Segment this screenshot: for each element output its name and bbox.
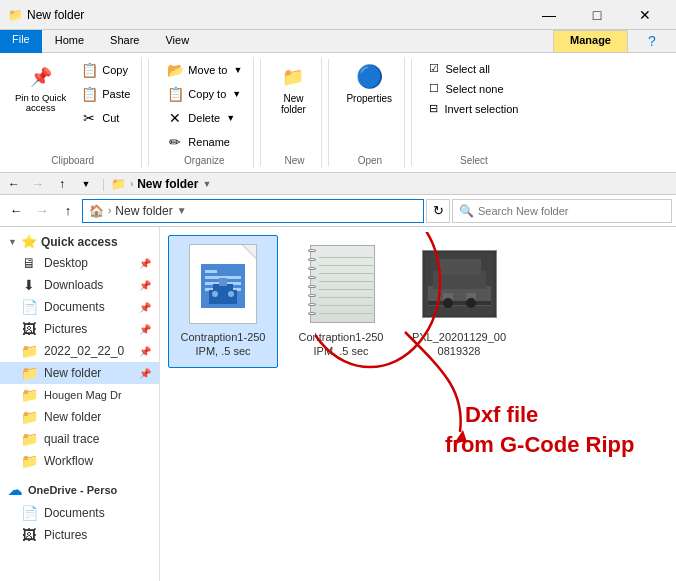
select-all-icon: ☑ xyxy=(429,62,439,75)
qa-back-button[interactable]: ← xyxy=(4,174,24,194)
pin-label: Pin to Quickaccess xyxy=(15,93,66,114)
qa-current-folder: New folder xyxy=(137,177,198,191)
help-button[interactable]: ? xyxy=(628,30,676,52)
move-to-button[interactable]: 📂 Move to ▼ xyxy=(161,59,247,81)
photo-file-name: PXL_20201129_000819328 xyxy=(409,330,509,359)
file-area[interactable]: Contraption1-250 IPM, .5 sec xyxy=(160,227,676,581)
copy-button[interactable]: 📋 Copy xyxy=(75,59,135,81)
tab-manage[interactable]: Manage xyxy=(553,30,628,52)
sidebar-item-new-folder-2[interactable]: 📁 New folder xyxy=(0,406,159,428)
svg-point-7 xyxy=(212,291,218,297)
sidebar-item-documents[interactable]: 📄 Documents 📌 xyxy=(0,296,159,318)
invert-icon: ⊟ xyxy=(429,102,438,115)
sidebar-item-onedrive-docs[interactable]: 📄 Documents xyxy=(0,502,159,524)
forward-button[interactable]: → xyxy=(30,199,54,223)
ribbon: 📌 Pin to Quickaccess 📋 Copy 📋 Paste ✂ Cu… xyxy=(0,53,676,173)
new-group: 📁 Newfolder New xyxy=(267,57,322,168)
onedrive-item[interactable]: ☁ OneDrive - Perso xyxy=(0,478,159,502)
new-folder-icon: 📁 xyxy=(279,63,307,91)
cloud-icon: ☁ xyxy=(8,482,22,498)
tab-home[interactable]: Home xyxy=(42,30,97,52)
qa-forward-button[interactable]: → xyxy=(28,174,48,194)
tab-share[interactable]: Share xyxy=(97,30,152,52)
clipboard-buttons: 📌 Pin to Quickaccess 📋 Copy 📋 Paste ✂ Cu… xyxy=(10,59,135,153)
paste-button[interactable]: 📋 Paste xyxy=(75,83,135,105)
address-bar: ← → ↑ 🏠 › New folder ▼ ↻ 🔍 xyxy=(0,195,676,227)
cut-button[interactable]: ✂ Cut xyxy=(75,107,135,129)
tab-file[interactable]: File xyxy=(0,30,42,53)
qa-up-button[interactable]: ↑ xyxy=(52,174,72,194)
file-item-photo[interactable]: PXL_20201129_000819328 xyxy=(404,235,514,368)
properties-label: Properties xyxy=(346,93,392,104)
organize-buttons: 📂 Move to ▼ 📋 Copy to ▼ ✕ Delete ▼ ✏ Ren… xyxy=(161,59,247,153)
select-group: ☑ Select all ☐ Select none ⊟ Invert sele… xyxy=(418,57,529,168)
select-all-button[interactable]: ☑ Select all xyxy=(424,59,495,78)
sidebar-item-hougen[interactable]: 📁 Hougen Mag Dr xyxy=(0,384,159,406)
svg-rect-9 xyxy=(219,278,227,286)
refresh-button[interactable]: ↻ xyxy=(426,199,450,223)
ribbon-tab-bar: File Home Share View Manage ? xyxy=(0,30,676,53)
paste-icon: 📋 xyxy=(80,86,98,102)
new-folder-2-icon: 📁 xyxy=(20,409,38,425)
rename-button[interactable]: ✏ Rename xyxy=(161,131,247,153)
path-home-icon: 🏠 xyxy=(89,204,104,218)
organize-actions: 📂 Move to ▼ 📋 Copy to ▼ ✕ Delete ▼ ✏ Ren… xyxy=(161,59,247,153)
quick-access-star-icon: ⭐ xyxy=(21,234,37,249)
sidebar-item-onedrive-pictures[interactable]: 🖼 Pictures xyxy=(0,524,159,546)
delete-button[interactable]: ✕ Delete ▼ xyxy=(161,107,247,129)
sidebar-item-quail[interactable]: 📁 quail trace xyxy=(0,428,159,450)
select-none-icon: ☐ xyxy=(429,82,439,95)
tab-view[interactable]: View xyxy=(152,30,202,52)
minimize-button[interactable]: — xyxy=(526,0,572,30)
close-button[interactable]: ✕ xyxy=(622,0,668,30)
workflow-icon: 📁 xyxy=(20,453,38,469)
pin-indicator-pictures: 📌 xyxy=(139,324,151,335)
file-item-dxf[interactable]: Contraption1-250 IPM, .5 sec xyxy=(168,235,278,368)
address-path[interactable]: 🏠 › New folder ▼ xyxy=(82,199,424,223)
onedrive-docs-icon: 📄 xyxy=(20,505,38,521)
move-icon: 📂 xyxy=(166,62,184,78)
svg-text:Dxf file: Dxf file xyxy=(465,402,538,427)
pictures-icon: 🖼 xyxy=(20,321,38,337)
copy-to-chevron: ▼ xyxy=(232,89,241,99)
dxf-file-icon xyxy=(183,244,263,324)
pin-indicator-downloads: 📌 xyxy=(139,280,151,291)
sidebar-item-desktop[interactable]: 🖥 Desktop 📌 xyxy=(0,252,159,274)
pin-icon: 📌 xyxy=(27,63,55,91)
open-group: 🔵 Properties Open xyxy=(335,57,405,168)
select-none-button[interactable]: ☐ Select none xyxy=(424,79,508,98)
new-folder-sidebar-icon: 📁 xyxy=(20,365,38,381)
path-dropdown-chevron[interactable]: ▼ xyxy=(177,205,187,216)
svg-point-18 xyxy=(443,298,453,308)
quick-access-header[interactable]: ▼ ⭐ Quick access xyxy=(0,231,159,252)
copy-paste-group: 📋 Copy 📋 Paste ✂ Cut xyxy=(75,59,135,129)
qa-path-icon: 📁 xyxy=(111,177,126,191)
quail-icon: 📁 xyxy=(20,431,38,447)
qa-recent-button[interactable]: ▼ xyxy=(76,174,96,194)
invert-selection-button[interactable]: ⊟ Invert selection xyxy=(424,99,523,118)
maximize-button[interactable]: □ xyxy=(574,0,620,30)
properties-icon: 🔵 xyxy=(355,63,383,91)
properties-button[interactable]: 🔵 Properties xyxy=(341,59,397,108)
sidebar-item-workflow[interactable]: 📁 Workflow xyxy=(0,450,159,472)
search-icon: 🔍 xyxy=(459,204,474,218)
sidebar-item-pictures[interactable]: 🖼 Pictures 📌 xyxy=(0,318,159,340)
qa-dropdown-chevron[interactable]: ▼ xyxy=(202,179,211,189)
svg-marker-21 xyxy=(455,430,467,442)
search-box[interactable]: 🔍 xyxy=(452,199,672,223)
sidebar-item-new-folder[interactable]: 📁 New folder 📌 xyxy=(0,362,159,384)
sidebar-item-downloads[interactable]: ⬇ Downloads 📌 xyxy=(0,274,159,296)
sidebar-item-2022[interactable]: 📁 2022_02_22_0 📌 xyxy=(0,340,159,362)
new-folder-button[interactable]: 📁 Newfolder xyxy=(273,59,313,119)
pin-indicator-documents: 📌 xyxy=(139,302,151,313)
pin-to-quick-access-button[interactable]: 📌 Pin to Quickaccess xyxy=(10,59,71,118)
back-button[interactable]: ← xyxy=(4,199,28,223)
path-sep-1: › xyxy=(108,205,111,216)
file-item-notebook[interactable]: Contraption1-250 IPM, .5 sec xyxy=(286,235,396,368)
qa-path-chevron: › xyxy=(130,179,133,189)
svg-point-8 xyxy=(228,291,234,297)
search-input[interactable] xyxy=(478,205,665,217)
up-button[interactable]: ↑ xyxy=(56,199,80,223)
copy-to-button[interactable]: 📋 Copy to ▼ xyxy=(161,83,247,105)
dxf-file-name: Contraption1-250 IPM, .5 sec xyxy=(173,330,273,359)
